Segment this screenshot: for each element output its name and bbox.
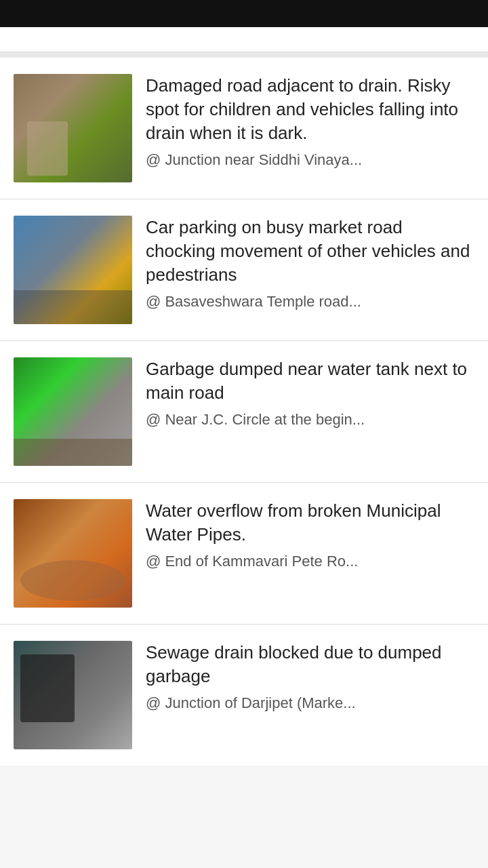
item-location-3: @ Near J.C. Circle at the begin... (146, 410, 474, 430)
header (0, 27, 488, 52)
item-content-5: Sewage drain blocked due to dumped garba… (146, 641, 474, 713)
item-title-3: Garbage dumped near water tank next to m… (146, 357, 474, 405)
item-location-5: @ Junction of Darjipet (Marke... (146, 694, 474, 713)
item-location-2: @ Basaveshwara Temple road... (146, 292, 474, 312)
item-thumbnail-4 (14, 499, 132, 608)
list-item[interactable]: Car parking on busy market road chocking… (0, 199, 488, 341)
item-thumbnail-2 (14, 216, 132, 324)
item-content-3: Garbage dumped near water tank next to m… (146, 357, 474, 430)
item-thumbnail-3 (14, 357, 132, 466)
problems-list: Damaged road adjacent to drain. Risky sp… (0, 58, 488, 766)
item-thumbnail-1 (14, 74, 132, 182)
item-content-1: Damaged road adjacent to drain. Risky sp… (146, 74, 474, 170)
item-title-5: Sewage drain blocked due to dumped garba… (146, 641, 474, 688)
item-title-2: Car parking on busy market road chocking… (146, 216, 474, 287)
header-divider (0, 52, 488, 58)
list-item[interactable]: Damaged road adjacent to drain. Risky sp… (0, 58, 488, 199)
list-item[interactable]: Garbage dumped near water tank next to m… (0, 341, 488, 483)
item-title-1: Damaged road adjacent to drain. Risky sp… (146, 74, 474, 145)
status-bar (0, 0, 488, 27)
item-content-2: Car parking on busy market road chocking… (146, 216, 474, 312)
item-location-1: @ Junction near Siddhi Vinaya... (146, 151, 474, 170)
list-item[interactable]: Sewage drain blocked due to dumped garba… (0, 625, 488, 766)
item-thumbnail-5 (14, 641, 132, 749)
list-item[interactable]: Water overflow from broken Municipal Wat… (0, 483, 488, 625)
item-location-4: @ End of Kammavari Pete Ro... (146, 552, 474, 572)
item-content-4: Water overflow from broken Municipal Wat… (146, 499, 474, 572)
item-title-4: Water overflow from broken Municipal Wat… (146, 499, 474, 547)
